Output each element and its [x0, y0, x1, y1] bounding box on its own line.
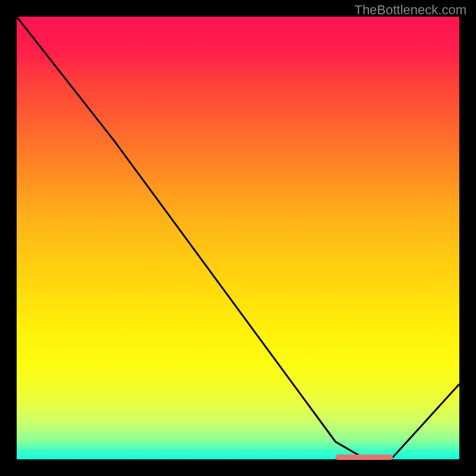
optimal-range-marker — [336, 455, 393, 460]
chart-curve-svg — [17, 17, 459, 459]
chart-plot-area — [17, 17, 459, 459]
bottleneck-curve-path — [17, 17, 459, 457]
attribution-label: TheBottleneck.com — [355, 2, 466, 18]
